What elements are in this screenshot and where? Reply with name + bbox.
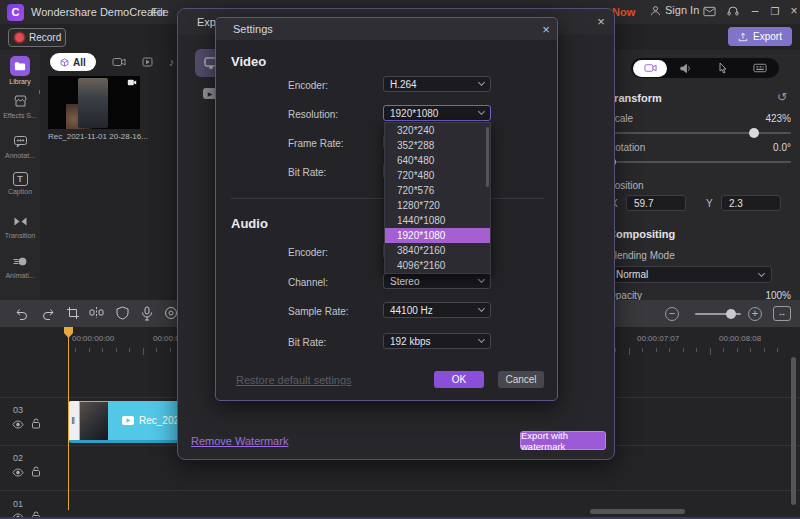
rotation-slider[interactable]: [608, 161, 791, 163]
sidebar-item-annotations[interactable]: Annotat...: [0, 132, 40, 159]
audio-encoder-label: Encoder:: [288, 247, 328, 258]
export-dialog-close-icon[interactable]: ×: [593, 14, 609, 30]
audio-bit-rate-select[interactable]: 192 kbps: [383, 333, 491, 349]
position-y-field[interactable]: 2.3: [721, 195, 781, 211]
resolution-option[interactable]: 320*240: [385, 123, 490, 138]
scale-slider[interactable]: [608, 132, 791, 134]
upload-icon: [738, 32, 748, 42]
cancel-button[interactable]: Cancel: [498, 371, 544, 388]
ok-button[interactable]: OK: [434, 371, 484, 388]
sidebar-item-effects-store[interactable]: Effects S...: [0, 92, 40, 119]
animation-icon: [11, 252, 29, 270]
video-encoder-select[interactable]: H.264: [383, 76, 491, 92]
caption-text-icon: T: [13, 172, 28, 186]
dropdown-scrollbar[interactable]: [486, 127, 489, 187]
video-camera-badge-icon: [127, 79, 137, 86]
split-icon[interactable]: [89, 306, 104, 321]
horizontal-scrollbar[interactable]: [590, 509, 685, 514]
record-button[interactable]: Record: [8, 28, 66, 47]
track-lock-icon[interactable]: [31, 418, 41, 429]
frame-rate-label: Frame Rate:: [288, 138, 344, 149]
timeline-zoom-thumb[interactable]: [726, 309, 736, 319]
resolution-option[interactable]: 3840*2160: [385, 243, 490, 258]
ruler-timecode: 00:00:08:08: [719, 334, 761, 343]
sidebar-item-library[interactable]: Library: [0, 56, 40, 85]
zoom-in-button[interactable]: +: [748, 307, 762, 321]
clip-play-icon: [122, 416, 134, 425]
resolution-option[interactable]: 720*480: [385, 168, 490, 183]
export-button[interactable]: Export: [728, 27, 792, 46]
export-label: Export: [753, 31, 782, 42]
cube-icon: [60, 58, 69, 67]
crop-icon[interactable]: [66, 306, 81, 321]
channel-select[interactable]: Stereo: [383, 273, 491, 289]
feedback-mail-icon[interactable]: [703, 6, 716, 17]
close-button[interactable]: ×: [787, 5, 800, 19]
resolution-option[interactable]: 640*480: [385, 153, 490, 168]
chevron-down-icon: [478, 276, 485, 283]
channel-label: Channel:: [288, 277, 328, 288]
resolution-select[interactable]: 1920*1080: [383, 105, 491, 121]
resolution-option-selected[interactable]: 1920*1080: [385, 228, 490, 243]
sidebar-item-transition[interactable]: Transition: [0, 212, 40, 239]
video-section-heading: Video: [231, 54, 266, 69]
audio-section-heading: Audio: [231, 216, 268, 231]
resolution-option[interactable]: 1280*720: [385, 198, 490, 213]
clip-trim-handle[interactable]: ‖: [68, 401, 79, 442]
video-encoder-label: Encoder:: [288, 80, 328, 91]
resolution-option[interactable]: 4096*2160: [385, 258, 490, 273]
reset-transform-icon[interactable]: ↺: [777, 90, 787, 104]
fit-timeline-button[interactable]: ↔: [773, 306, 791, 321]
tab-caption-properties[interactable]: [741, 58, 778, 78]
shield-denoise-icon[interactable]: [116, 306, 131, 321]
blending-mode-select[interactable]: Normal: [608, 266, 772, 283]
maximize-button[interactable]: ❐: [768, 5, 782, 19]
resolution-option[interactable]: 352*288: [385, 138, 490, 153]
vertical-scrollbar[interactable]: [791, 357, 796, 505]
compositing-heading: Compositing: [608, 228, 675, 240]
record-label: Record: [29, 32, 61, 43]
track-visibility-eye-icon[interactable]: [12, 468, 24, 477]
position-x-field[interactable]: 59.7: [626, 195, 686, 211]
timeline-zoom-slider[interactable]: [695, 313, 741, 315]
sidebar-item-animation[interactable]: Animati...: [0, 252, 40, 279]
settings-dialog-title: Settings: [233, 23, 273, 35]
media-tab-all[interactable]: All: [50, 53, 96, 71]
sample-rate-select[interactable]: 44100 Hz: [383, 302, 491, 318]
app-title: Wondershare DemoCreator: [31, 6, 166, 18]
sidebar-label: Library: [0, 78, 40, 85]
restore-defaults-link[interactable]: Restore default settings: [236, 374, 352, 386]
microphone-icon[interactable]: [141, 306, 156, 321]
redo-icon[interactable]: [41, 306, 56, 321]
zoom-out-button[interactable]: −: [665, 307, 679, 321]
track-lock-icon[interactable]: [31, 466, 41, 477]
settings-dialog: Settings × Video Encoder: H.264 Resoluti…: [215, 17, 558, 401]
media-clip-thumbnail[interactable]: [48, 76, 140, 129]
sign-in-button[interactable]: Sign In: [650, 4, 699, 16]
media-tab-video-icon[interactable]: [142, 57, 153, 67]
tab-audio-properties[interactable]: [667, 58, 704, 78]
remove-watermark-link[interactable]: Remove Watermark: [191, 435, 288, 447]
media-tab-camera-icon[interactable]: [112, 57, 126, 67]
minimize-button[interactable]: –: [748, 5, 762, 19]
resolution-option[interactable]: 1440*1080: [385, 213, 490, 228]
clip-thumbnail: [80, 402, 108, 440]
menu-file[interactable]: File: [151, 6, 169, 18]
playhead[interactable]: [68, 327, 69, 510]
tab-video-properties[interactable]: [633, 60, 667, 77]
settings-dialog-close-icon[interactable]: ×: [538, 22, 554, 38]
track-number: 03: [13, 405, 23, 415]
sidebar-item-caption[interactable]: T Caption: [0, 172, 40, 195]
media-tab-audio-icon[interactable]: ♪: [169, 56, 175, 68]
chevron-down-icon: [478, 108, 485, 115]
resolution-dropdown-list: 320*240 352*288 640*480 720*480 720*576 …: [384, 122, 491, 274]
rotation-value: 0.0°: [719, 142, 791, 153]
support-headset-icon[interactable]: [727, 5, 739, 17]
track-visibility-eye-icon[interactable]: [12, 420, 24, 429]
export-with-watermark-button[interactable]: Export with watermark: [520, 431, 606, 450]
undo-icon[interactable]: [14, 306, 29, 321]
resolution-option[interactable]: 720*576: [385, 183, 490, 198]
upgrade-now-badge[interactable]: Now: [612, 6, 635, 18]
tab-cursor-properties[interactable]: [704, 58, 741, 78]
scale-slider-thumb[interactable]: [749, 128, 759, 138]
